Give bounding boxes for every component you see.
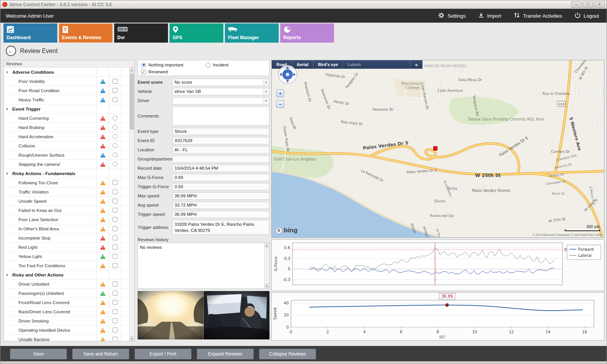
- history-scrollbar[interactable]: ▲ ▼: [264, 243, 269, 288]
- map-toolbar-collapse-icon[interactable]: «: [410, 60, 422, 69]
- tab-dashboard[interactable]: Dashboard: [3, 23, 57, 43]
- map-view-birds-eye[interactable]: Bird's eye: [313, 60, 343, 69]
- review-radio[interactable]: [113, 162, 118, 167]
- review-checkbox[interactable]: [113, 199, 118, 204]
- review-checkbox[interactable]: [113, 245, 118, 250]
- no-reviews-text: No reviews: [140, 245, 162, 250]
- nothing-important-option[interactable]: Nothing important: [141, 63, 206, 68]
- transfer-activities-button[interactable]: Transfer Activities: [514, 12, 562, 20]
- welcome-text: Welcome Admin User: [0, 13, 54, 19]
- svg-text:Cumbre Dr: Cumbre Dr: [551, 150, 570, 154]
- review-radio[interactable]: [113, 152, 118, 157]
- svg-text:0: 0: [288, 267, 290, 271]
- field-label: Event ID: [138, 138, 172, 143]
- warning-triangle-icon: [100, 79, 106, 84]
- tab-fleet-manager[interactable]: Fleet Manager: [225, 23, 279, 43]
- warning-triangle-icon: [100, 263, 106, 268]
- review-checkbox[interactable]: [113, 189, 118, 194]
- expand-reviews-button[interactable]: Expand Reviews: [197, 349, 254, 359]
- review-group-row[interactable]: ▾Event Trigger: [4, 104, 129, 114]
- gear-icon: [438, 12, 445, 20]
- window-title: Idrive Control Center - 3.0.2 version - …: [10, 2, 112, 7]
- warning-triangle-icon: [100, 300, 106, 305]
- review-checkbox[interactable]: [113, 309, 118, 314]
- review-checkbox[interactable]: [113, 180, 118, 185]
- idrive-app-icon: [2, 2, 7, 7]
- event-location-marker[interactable]: [433, 146, 437, 151]
- scroll-up-icon[interactable]: ▲: [130, 68, 134, 73]
- review-checkbox[interactable]: [113, 263, 118, 268]
- review-radio[interactable]: [113, 116, 118, 121]
- review-checkbox[interactable]: [113, 235, 118, 240]
- back-button[interactable]: ←: [6, 46, 16, 56]
- svg-text:0: 0: [286, 325, 289, 329]
- review-radio[interactable]: [113, 134, 118, 139]
- scroll-down-icon[interactable]: ▼: [130, 336, 134, 341]
- review-item-row: Following Too Close: [4, 178, 129, 187]
- collapse-arrow-icon: ▾: [6, 172, 12, 175]
- review-checkbox[interactable]: [113, 226, 118, 231]
- logout-button[interactable]: Logout: [574, 12, 599, 20]
- review-checkbox[interactable]: [113, 300, 118, 305]
- tab-label: Events & Reviews: [62, 35, 101, 40]
- tab-reports[interactable]: Reports: [280, 23, 334, 43]
- svg-text:G-Force: G-Force: [274, 256, 278, 271]
- review-group-row[interactable]: ▾Risky Actions - Fundamentals: [4, 169, 129, 178]
- scroll-down-icon[interactable]: ▼: [264, 283, 269, 288]
- field-driver[interactable]: ▾: [172, 97, 269, 104]
- svg-text:12: 12: [509, 330, 514, 334]
- zoom-out-button[interactable]: −: [276, 100, 284, 108]
- svg-text:Speed: Speed: [273, 308, 277, 319]
- save-and-return-button[interactable]: Save and Return: [72, 349, 129, 359]
- field-event-score[interactable]: No score▾: [172, 79, 269, 86]
- front-camera-frame[interactable]: [138, 291, 204, 339]
- review-checkbox[interactable]: [113, 208, 118, 213]
- review-item-row: In Other's Blind Area: [4, 224, 129, 233]
- review-group-row[interactable]: ▾Risky and Other Actions: [4, 270, 129, 280]
- field-vehicle[interactable]: idrive Van SB▾: [172, 88, 269, 95]
- svg-text:SEC: SEC: [439, 335, 446, 339]
- review-radio[interactable]: [113, 143, 118, 148]
- review-checkbox[interactable]: [113, 217, 118, 222]
- import-button[interactable]: Import: [478, 12, 501, 20]
- field-location: AI - FL: [172, 146, 269, 154]
- review-checkbox[interactable]: [113, 328, 118, 333]
- incident-option[interactable]: Incident: [206, 63, 228, 68]
- warning-triangle-icon: [100, 97, 106, 103]
- bing-map[interactable]: EAST RANCHO PALOS VERDESMarymountCollege…: [271, 60, 604, 238]
- field-comments[interactable]: [172, 106, 269, 126]
- cabin-camera-frame[interactable]: [204, 291, 270, 339]
- review-checkbox[interactable]: [113, 79, 118, 84]
- review-group-row[interactable]: ▾Adverse Conditions: [4, 68, 129, 77]
- field-label: Event score: [138, 80, 172, 84]
- review-checkbox[interactable]: [113, 281, 118, 286]
- maximize-button[interactable]: □: [583, 2, 593, 8]
- review-checkbox[interactable]: [113, 97, 118, 102]
- dashboard-icon: [7, 26, 14, 35]
- zoom-in-button[interactable]: +: [276, 89, 284, 97]
- reviews-scrollbar[interactable]: ▲ ▼: [129, 68, 134, 341]
- map-view-labels[interactable]: Labels: [343, 60, 366, 69]
- warning-triangle-icon: [100, 254, 106, 259]
- review-checkbox[interactable]: [113, 337, 118, 341]
- review-checkbox[interactable]: [113, 291, 118, 296]
- tab-events-reviews[interactable]: Events & Reviews: [59, 23, 113, 43]
- collapse-reviews-button[interactable]: Collapse Reviews: [259, 349, 316, 359]
- save-button[interactable]: Save: [10, 349, 67, 359]
- review-checkbox[interactable]: [113, 318, 118, 323]
- scroll-up-icon[interactable]: ▲: [264, 243, 269, 248]
- review-checkbox[interactable]: [113, 254, 118, 259]
- close-button[interactable]: ×: [594, 2, 605, 8]
- event-fields: Event scoreNo score▾Vehicleidrive Van SB…: [138, 78, 269, 236]
- reviewed-option[interactable]: ✓ Reviewed: [141, 69, 206, 74]
- map-compass-control[interactable]: [277, 64, 298, 86]
- minimize-button[interactable]: –: [571, 2, 582, 8]
- tab-gps[interactable]: GPS: [170, 23, 223, 43]
- field-max-speed: 38.99 MPH: [172, 192, 269, 200]
- review-radio[interactable]: [113, 125, 118, 130]
- scrollbar-thumb[interactable]: [130, 74, 134, 129]
- export-print-button[interactable]: Export / Print: [135, 349, 191, 359]
- settings-button[interactable]: Settings: [438, 12, 466, 20]
- tab-dvr[interactable]: Dvr: [114, 23, 168, 43]
- review-checkbox[interactable]: [113, 88, 118, 93]
